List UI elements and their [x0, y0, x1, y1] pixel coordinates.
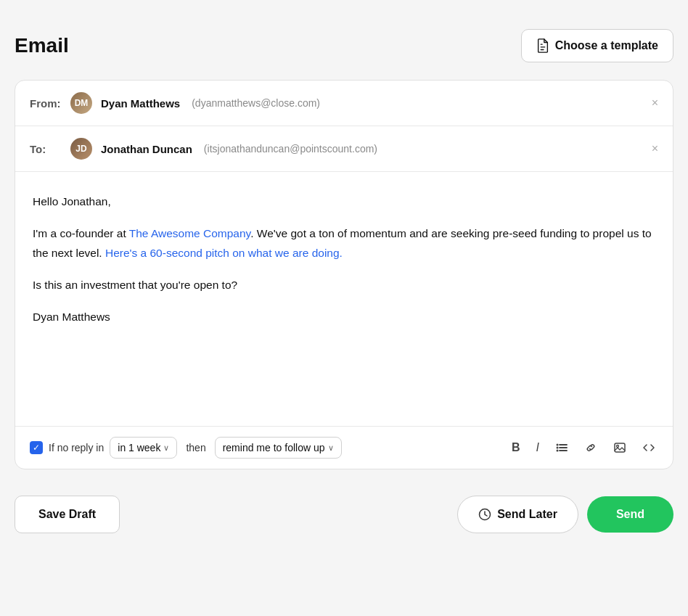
- page-header: Email Choose a template: [15, 15, 673, 80]
- email-card: From: DM Dyan Matthews (dyanmatthews@clo…: [15, 80, 673, 469]
- company-link[interactable]: The Awesome Company: [129, 227, 250, 239]
- clock-icon: [478, 508, 491, 521]
- choose-template-button[interactable]: Choose a template: [521, 29, 673, 62]
- save-draft-button[interactable]: Save Draft: [15, 496, 120, 533]
- link-icon: [584, 441, 597, 454]
- svg-point-3: [557, 444, 559, 446]
- then-label: then: [186, 442, 205, 453]
- para1: I'm a co-founder at The Awesome Company.…: [33, 224, 655, 263]
- remind-chevron-icon: ∨: [328, 443, 334, 453]
- svg-point-4: [557, 447, 559, 449]
- from-avatar: DM: [70, 92, 92, 114]
- follow-up-section: ✓ If no reply in in 1 week ∨ then remind…: [30, 437, 509, 459]
- svg-rect-6: [615, 443, 625, 452]
- remind-dropdown[interactable]: remind me to follow up ∨: [215, 437, 342, 459]
- week-chevron-icon: ∨: [163, 443, 169, 453]
- from-close-icon[interactable]: ×: [652, 96, 658, 110]
- send-later-label: Send Later: [497, 508, 557, 521]
- page-title: Email: [15, 34, 69, 57]
- from-label: From:: [30, 97, 62, 110]
- format-icons: B I: [509, 438, 658, 457]
- doc-icon: [536, 38, 549, 53]
- para1-prefix: I'm a co-founder at: [33, 227, 129, 239]
- code-button[interactable]: [639, 438, 658, 457]
- svg-point-5: [557, 450, 559, 452]
- follow-up-checkbox[interactable]: ✓: [30, 441, 43, 454]
- list-button[interactable]: [552, 438, 571, 457]
- question: Is this an investment that you're open t…: [33, 276, 655, 295]
- to-avatar: JD: [70, 138, 92, 160]
- link-button[interactable]: [581, 438, 600, 457]
- toolbar-row: ✓ If no reply in in 1 week ∨ then remind…: [15, 426, 673, 469]
- page-container: Email Choose a template From: DM Dyan Ma…: [15, 15, 673, 545]
- right-actions: Send Later Send: [457, 496, 673, 533]
- image-button[interactable]: [610, 438, 629, 457]
- if-no-reply-label: If no reply in: [49, 442, 104, 453]
- actions-row: Save Draft Send Later Send: [15, 484, 673, 545]
- to-name: Jonathan Duncan: [101, 143, 192, 155]
- greeting: Hello Jonathan,: [33, 192, 655, 211]
- to-label: To:: [30, 143, 62, 155]
- compose-text: Hello Jonathan, I'm a co-founder at The …: [33, 192, 655, 327]
- check-icon: ✓: [33, 443, 40, 452]
- week-dropdown[interactable]: in 1 week ∨: [110, 437, 177, 459]
- week-dropdown-label: in 1 week: [118, 442, 160, 453]
- pitch-link[interactable]: Here's a 60-second pitch on what we are …: [105, 247, 343, 259]
- italic-icon: I: [536, 441, 539, 454]
- send-button[interactable]: Send: [587, 496, 673, 533]
- italic-button[interactable]: I: [533, 438, 542, 457]
- bold-icon: B: [512, 441, 520, 454]
- from-row: From: DM Dyan Matthews (dyanmatthews@clo…: [15, 81, 673, 126]
- image-icon: [613, 441, 626, 454]
- signature: Dyan Matthews: [33, 308, 655, 327]
- list-icon: [555, 441, 568, 454]
- svg-point-7: [617, 445, 619, 448]
- remind-dropdown-label: remind me to follow up: [223, 442, 325, 453]
- code-icon: [642, 441, 655, 454]
- from-email: (dyanmatthews@close.com): [192, 97, 320, 109]
- compose-area[interactable]: Hello Jonathan, I'm a co-founder at The …: [15, 172, 673, 426]
- from-name: Dyan Matthews: [101, 97, 180, 110]
- to-email: (itsjonathanduncan@pointscount.com): [204, 143, 377, 155]
- bold-button[interactable]: B: [509, 438, 523, 457]
- choose-template-label: Choose a template: [555, 39, 658, 52]
- to-row: To: JD Jonathan Duncan (itsjonathandunca…: [15, 126, 673, 172]
- send-later-button[interactable]: Send Later: [457, 496, 578, 533]
- to-close-icon[interactable]: ×: [652, 142, 658, 155]
